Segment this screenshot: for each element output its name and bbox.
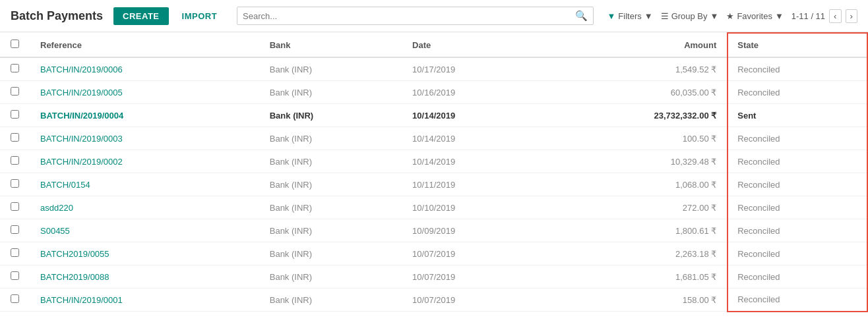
- row-date: 10/07/2019: [402, 242, 542, 265]
- row-reference: BATCH/IN/2019/0004: [30, 104, 259, 127]
- table-row: BATCH/IN/2019/0002 Bank (INR) 10/14/2019…: [0, 150, 867, 173]
- row-state: Reconciled: [728, 81, 867, 104]
- row-bank: Bank (INR): [259, 127, 402, 150]
- row-reference: BATCH2019/0088: [30, 265, 259, 289]
- row-reference: asdd220: [30, 196, 259, 219]
- top-bar: Batch Payments CREATE IMPORT 🔍 ▼ Filters…: [0, 0, 868, 32]
- row-checkbox[interactable]: [11, 248, 19, 257]
- row-state: Reconciled: [728, 196, 867, 219]
- reference-link[interactable]: S00455: [40, 226, 70, 236]
- row-reference: BATCH/IN/2019/0006: [30, 57, 259, 81]
- row-state: Reconciled: [728, 219, 867, 242]
- row-date: 10/14/2019: [402, 150, 542, 173]
- row-checkbox-cell: [0, 57, 30, 81]
- row-amount: 2,263.18 ₹: [542, 242, 728, 265]
- row-checkbox[interactable]: [11, 225, 19, 234]
- col-header-date: Date: [402, 33, 542, 57]
- row-checkbox[interactable]: [11, 110, 19, 119]
- row-amount: 1,800.61 ₹: [542, 219, 728, 242]
- pagination: 1-11 / 11 ‹ ›: [791, 9, 857, 23]
- import-button[interactable]: IMPORT: [175, 7, 224, 25]
- select-all-header: [0, 33, 30, 57]
- row-checkbox[interactable]: [11, 87, 19, 96]
- table-row: BATCH2019/0055 Bank (INR) 10/07/2019 2,2…: [0, 242, 867, 265]
- table-row: BATCH/IN/2019/0001 Bank (INR) 10/07/2019…: [0, 289, 867, 312]
- reference-link[interactable]: BATCH/IN/2019/0001: [40, 295, 123, 305]
- row-state: Reconciled: [728, 242, 867, 265]
- table-row: BATCH2019/0088 Bank (INR) 10/07/2019 1,6…: [0, 265, 867, 289]
- row-amount: 100.50 ₹: [542, 127, 728, 150]
- row-state: Reconciled: [728, 57, 867, 81]
- table-row: BATCH/IN/2019/0003 Bank (INR) 10/14/2019…: [0, 127, 867, 150]
- row-reference: BATCH/IN/2019/0002: [30, 150, 259, 173]
- row-reference: BATCH/0154: [30, 173, 259, 196]
- row-checkbox-cell: [0, 196, 30, 219]
- row-bank: Bank (INR): [259, 219, 402, 242]
- select-all-checkbox[interactable]: [11, 40, 19, 48]
- row-checkbox[interactable]: [11, 271, 19, 280]
- search-input[interactable]: [243, 11, 575, 21]
- col-header-bank: Bank: [259, 33, 402, 57]
- row-amount: 272.00 ₹: [542, 196, 728, 219]
- reference-link[interactable]: BATCH/IN/2019/0004: [40, 111, 123, 121]
- reference-link[interactable]: BATCH2019/0055: [40, 249, 109, 259]
- group-by-button[interactable]: ☰ Group By ▼: [661, 11, 719, 21]
- row-checkbox[interactable]: [11, 294, 19, 303]
- row-date: 10/14/2019: [402, 104, 542, 127]
- row-checkbox-cell: [0, 265, 30, 289]
- star-icon: ★: [726, 11, 734, 21]
- col-header-amount: Amount: [542, 33, 728, 57]
- next-page-button[interactable]: ›: [846, 9, 857, 23]
- reference-link[interactable]: BATCH/0154: [40, 180, 90, 190]
- table-row: BATCH/IN/2019/0004 Bank (INR) 10/14/2019…: [0, 104, 867, 127]
- row-bank: Bank (INR): [259, 265, 402, 289]
- row-checkbox[interactable]: [11, 133, 19, 142]
- row-checkbox[interactable]: [11, 156, 19, 165]
- row-date: 10/07/2019: [402, 289, 542, 312]
- reference-link[interactable]: BATCH/IN/2019/0005: [40, 88, 123, 97]
- row-checkbox[interactable]: [11, 179, 19, 188]
- table-row: asdd220 Bank (INR) 10/10/2019 272.00 ₹ R…: [0, 196, 867, 219]
- row-checkbox-cell: [0, 104, 30, 127]
- row-reference: BATCH2019/0055: [30, 242, 259, 265]
- table-row: BATCH/0154 Bank (INR) 10/11/2019 1,068.0…: [0, 173, 867, 196]
- row-amount: 1,549.52 ₹: [542, 57, 728, 81]
- favorites-button[interactable]: ★ Favorites ▼: [726, 11, 783, 21]
- reference-link[interactable]: asdd220: [40, 203, 73, 213]
- table-row: BATCH/IN/2019/0005 Bank (INR) 10/16/2019…: [0, 81, 867, 104]
- filters-button[interactable]: ▼ Filters ▼: [607, 11, 652, 21]
- row-checkbox-cell: [0, 127, 30, 150]
- row-amount: 23,732,332.00 ₹: [542, 104, 728, 127]
- reference-link[interactable]: BATCH/IN/2019/0006: [40, 65, 123, 74]
- row-bank: Bank (INR): [259, 150, 402, 173]
- row-checkbox-cell: [0, 81, 30, 104]
- page-title: Batch Payments: [11, 9, 103, 23]
- row-state: Reconciled: [728, 265, 867, 289]
- table-row: BATCH/IN/2019/0006 Bank (INR) 10/17/2019…: [0, 57, 867, 81]
- create-button[interactable]: CREATE: [113, 7, 168, 25]
- row-bank: Bank (INR): [259, 104, 402, 127]
- row-state: Sent: [728, 104, 867, 127]
- row-state: Reconciled: [728, 289, 867, 312]
- reference-link[interactable]: BATCH/IN/2019/0002: [40, 157, 123, 167]
- row-amount: 60,035.00 ₹: [542, 81, 728, 104]
- row-checkbox[interactable]: [11, 202, 19, 211]
- col-header-state: State: [728, 33, 867, 57]
- prev-page-button[interactable]: ‹: [829, 9, 841, 23]
- row-reference: S00455: [30, 219, 259, 242]
- row-date: 10/09/2019: [402, 219, 542, 242]
- row-bank: Bank (INR): [259, 57, 402, 81]
- filter-icon: ▼: [607, 11, 615, 21]
- row-date: 10/10/2019: [402, 196, 542, 219]
- reference-link[interactable]: BATCH2019/0088: [40, 272, 109, 282]
- row-checkbox-cell: [0, 289, 30, 312]
- row-checkbox-cell: [0, 173, 30, 196]
- row-amount: 1,068.00 ₹: [542, 173, 728, 196]
- row-bank: Bank (INR): [259, 81, 402, 104]
- row-date: 10/16/2019: [402, 81, 542, 104]
- search-icon: 🔍: [575, 10, 588, 22]
- group-by-icon: ☰: [661, 11, 669, 21]
- row-checkbox[interactable]: [11, 64, 19, 72]
- row-checkbox-cell: [0, 242, 30, 265]
- reference-link[interactable]: BATCH/IN/2019/0003: [40, 134, 123, 144]
